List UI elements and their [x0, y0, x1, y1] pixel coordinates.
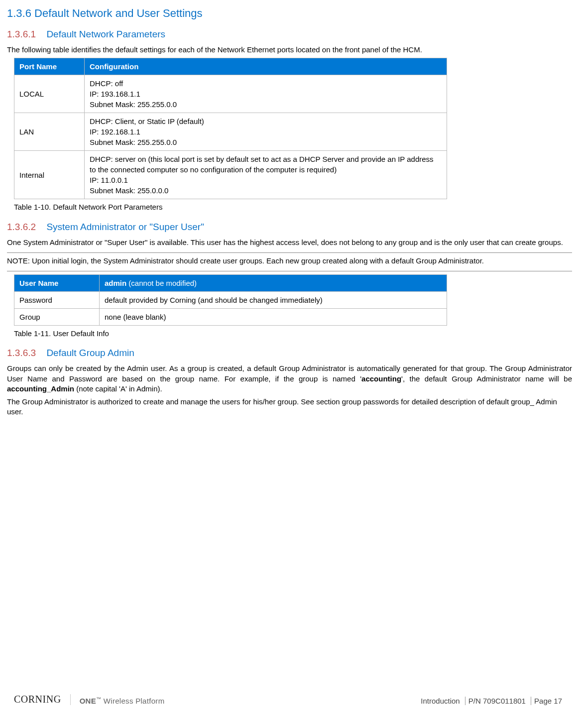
footer-section: Introduction [418, 697, 463, 705]
corning-logo: CORNING [14, 694, 61, 705]
trademark-icon: ™ [96, 696, 101, 702]
cell-val: default provided by Corning (and should … [100, 292, 447, 309]
cell-key: Password [14, 292, 100, 309]
section-heading: 1.3.6 Default Network and User Settings [7, 7, 572, 20]
sub3-p1: Groups can only be created by the Admin … [7, 364, 572, 394]
th-user-name: User Name [14, 275, 100, 292]
subsection-1-title: Default Network Parameters [46, 29, 165, 39]
one-text: ONE [80, 697, 96, 705]
th-configuration: Configuration [85, 58, 447, 75]
subsection-2-heading: 1.3.6.2 System Administrator or "Super U… [7, 222, 572, 233]
p1-b2: accounting_Admin [7, 384, 74, 393]
subsection-1-heading: 1.3.6.1 Default Network Parameters [7, 29, 572, 40]
cell-key: Group [14, 309, 100, 326]
subsection-3-title: Default Group Admin [46, 348, 134, 358]
cell-port: LOCAL [14, 75, 85, 113]
p1-mid: ', the default Group Administrator name … [401, 374, 572, 383]
network-params-table: Port Name Configuration LOCAL DHCP: off … [14, 58, 447, 199]
table-row: LAN DHCP: Client, or Static IP (default)… [14, 113, 447, 151]
sub3-p2: The Group Administrator is authorized to… [7, 397, 572, 417]
sub2-note: NOTE: Upon initial login, the System Adm… [7, 256, 572, 266]
footer-right: Introduction P/N 709C011801 Page 17 [418, 697, 565, 705]
table-row: LOCAL DHCP: off IP: 193.168.1.1 Subnet M… [14, 75, 447, 113]
table-1-11-caption: Table 1-11. User Default Info [14, 329, 572, 339]
sub1-intro: The following table identifies the defau… [7, 45, 572, 55]
p1-post: (note capital 'A' in Admin). [74, 384, 162, 393]
footer-left: CORNING ONE™ Wireless Platform [14, 694, 164, 705]
admin-bold: admin [105, 279, 126, 287]
admin-rest: (cannot be modified) [126, 279, 197, 287]
divider [7, 252, 572, 253]
cell-conf: DHCP: server on (this local port is set … [85, 151, 447, 199]
th-admin-value: admin (cannot be modified) [100, 275, 447, 292]
subsection-2-title: System Administrator or "Super User" [46, 222, 204, 232]
page-footer: CORNING ONE™ Wireless Platform Introduct… [14, 694, 565, 705]
one-platform-logo: ONE™ Wireless Platform [80, 696, 165, 705]
divider [7, 271, 572, 271]
p1-b1: accounting [361, 374, 401, 383]
subsection-3-heading: 1.3.6.3 Default Group Admin [7, 348, 572, 359]
sub2-p1: One System Administrator or "Super User"… [7, 238, 572, 247]
footer-pn: P/N 709C011801 [465, 697, 529, 705]
cell-conf: DHCP: off IP: 193.168.1.1 Subnet Mask: 2… [85, 75, 447, 113]
subsection-2-number: 1.3.6.2 [7, 222, 36, 232]
user-default-table: User Name admin (cannot be modified) Pas… [14, 274, 447, 326]
cell-port: LAN [14, 113, 85, 151]
cell-port: Internal [14, 151, 85, 199]
table-row: Group none (leave blank) [14, 309, 447, 326]
cell-conf: DHCP: Client, or Static IP (default) IP:… [85, 113, 447, 151]
table-1-10-caption: Table 1-10. Default Network Port Paramet… [14, 202, 572, 212]
cell-val: none (leave blank) [100, 309, 447, 326]
th-port-name: Port Name [14, 58, 85, 75]
table-row: Password default provided by Corning (an… [14, 292, 447, 309]
table-row: Internal DHCP: server on (this local por… [14, 151, 447, 199]
footer-page: Page 17 [531, 697, 565, 705]
subsection-3-number: 1.3.6.3 [7, 348, 36, 358]
divider [70, 694, 71, 705]
platform-text: Wireless Platform [101, 697, 164, 705]
subsection-1-number: 1.3.6.1 [7, 29, 36, 39]
